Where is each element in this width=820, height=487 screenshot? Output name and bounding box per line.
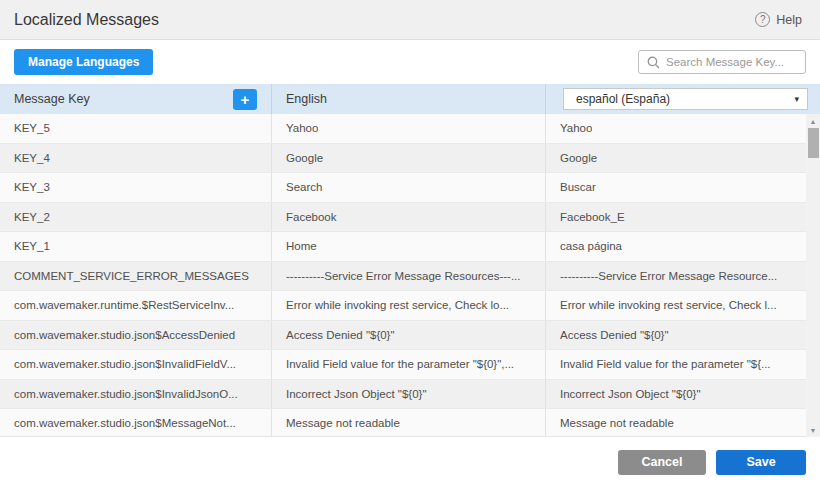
table-row[interactable]: com.wavemaker.studio.json$InvalidJsonO..… [0, 380, 820, 410]
cell-english[interactable]: Yahoo [272, 114, 546, 143]
cell-english[interactable]: Invalid Field value for the parameter "$… [272, 350, 546, 379]
cell-translation-text: Facebook_E [560, 211, 625, 223]
help-icon: ? [755, 12, 770, 27]
cell-english-text: Error while invoking rest service, Check… [286, 299, 509, 311]
caret-down-icon: ▾ [794, 94, 799, 104]
language-selected-value: español (España) [576, 92, 670, 106]
cell-message-key-text: KEY_2 [14, 211, 50, 223]
cell-message-key-text: KEY_1 [14, 240, 50, 252]
cell-english[interactable]: Incorrect Json Object "${0}" [272, 380, 546, 409]
cell-message-key-text: KEY_5 [14, 122, 50, 134]
grid-body: KEY_5YahooYahooKEY_4GoogleGoogleKEY_3Sea… [0, 114, 820, 437]
cell-translation[interactable]: Google [546, 144, 820, 173]
localized-messages-dialog: Localized Messages ? Help Manage Languag… [0, 0, 820, 487]
language-select[interactable]: español (España) ▾ [563, 88, 808, 110]
cell-english[interactable]: Search [272, 173, 546, 202]
cell-message-key[interactable]: com.wavemaker.studio.json$InvalidFieldV.… [0, 350, 272, 379]
cell-english-text: Home [286, 240, 317, 252]
cell-translation-text: Message not readable [560, 417, 674, 429]
cell-english[interactable]: ----------Service Error Message Resource… [272, 262, 546, 291]
cell-translation[interactable]: Invalid Field value for the parameter "$… [546, 350, 820, 379]
english-header-label: English [286, 92, 327, 106]
cell-message-key[interactable]: KEY_2 [0, 203, 272, 232]
grid-header: Message Key + English español (España) ▾ [0, 84, 820, 114]
cell-message-key[interactable]: com.wavemaker.studio.json$MessageNot... [0, 409, 272, 437]
cell-message-key-text: com.wavemaker.studio.json$InvalidFieldV.… [14, 358, 236, 370]
table-row[interactable]: KEY_2FacebookFacebook_E [0, 203, 820, 233]
table-row[interactable]: COMMENT_SERVICE_ERROR_MESSAGES----------… [0, 262, 820, 292]
cancel-button[interactable]: Cancel [618, 450, 706, 475]
cell-translation-text: Error while invoking rest service, Check… [560, 299, 777, 311]
cell-message-key[interactable]: com.wavemaker.studio.json$InvalidJsonO..… [0, 380, 272, 409]
add-message-key-button[interactable]: + [233, 89, 257, 110]
cell-english[interactable]: Home [272, 232, 546, 261]
column-header-english: English [272, 84, 546, 114]
cell-message-key-text: com.wavemaker.studio.json$MessageNot... [14, 417, 236, 429]
cell-message-key[interactable]: KEY_5 [0, 114, 272, 143]
cell-english-text: Access Denied "${0}" [286, 329, 395, 341]
save-button[interactable]: Save [716, 450, 806, 475]
cell-translation-text: Incorrect Json Object "${0}" [560, 388, 701, 400]
cell-translation[interactable]: casa página [546, 232, 820, 261]
cell-message-key-text: KEY_4 [14, 152, 50, 164]
message-key-header-label: Message Key [14, 92, 90, 106]
cell-message-key[interactable]: KEY_3 [0, 173, 272, 202]
table-row[interactable]: com.wavemaker.studio.json$InvalidFieldV.… [0, 350, 820, 380]
scrollbar-thumb[interactable] [808, 128, 819, 158]
cell-english-text: Yahoo [286, 122, 318, 134]
cell-message-key[interactable]: COMMENT_SERVICE_ERROR_MESSAGES [0, 262, 272, 291]
help-label: Help [776, 13, 802, 27]
cell-translation-text: Google [560, 152, 597, 164]
cell-translation[interactable]: Error while invoking rest service, Check… [546, 291, 820, 320]
search-icon [647, 56, 660, 69]
cell-translation[interactable]: Facebook_E [546, 203, 820, 232]
cell-english-text: Search [286, 181, 322, 193]
cell-english[interactable]: Facebook [272, 203, 546, 232]
search-box[interactable] [638, 50, 806, 74]
cell-translation[interactable]: Incorrect Json Object "${0}" [546, 380, 820, 409]
cell-message-key[interactable]: KEY_4 [0, 144, 272, 173]
cell-translation-text: Buscar [560, 181, 596, 193]
cell-message-key-text: KEY_3 [14, 181, 50, 193]
search-input[interactable] [666, 56, 797, 68]
scroll-up-button[interactable]: ▲ [806, 114, 820, 128]
scroll-down-button[interactable]: ▼ [806, 423, 820, 437]
dialog-titlebar: Localized Messages ? Help [0, 0, 820, 40]
cell-translation[interactable]: ----------Service Error Message Resource… [546, 262, 820, 291]
cell-message-key-text: COMMENT_SERVICE_ERROR_MESSAGES [14, 270, 249, 282]
manage-languages-button[interactable]: Manage Languages [14, 49, 153, 75]
cell-english[interactable]: Google [272, 144, 546, 173]
cell-english-text: Message not readable [286, 417, 400, 429]
cell-translation[interactable]: Message not readable [546, 409, 820, 437]
cell-message-key[interactable]: KEY_1 [0, 232, 272, 261]
table-row[interactable]: com.wavemaker.studio.json$MessageNot...M… [0, 409, 820, 437]
table-row[interactable]: KEY_3SearchBuscar [0, 173, 820, 203]
cell-translation[interactable]: Yahoo [546, 114, 820, 143]
cell-translation-text: ----------Service Error Message Resource… [560, 270, 777, 282]
cell-message-key[interactable]: com.wavemaker.runtime.$RestServiceInv... [0, 291, 272, 320]
table-row[interactable]: KEY_4GoogleGoogle [0, 144, 820, 174]
plus-icon: + [241, 92, 250, 107]
cell-translation-text: casa página [560, 240, 622, 252]
cell-english-text: Invalid Field value for the parameter "$… [286, 358, 514, 370]
cell-english[interactable]: Access Denied "${0}" [272, 321, 546, 350]
cell-message-key-text: com.wavemaker.studio.json$InvalidJsonO..… [14, 388, 238, 400]
cell-translation[interactable]: Access Denied "${0}" [546, 321, 820, 350]
cell-english[interactable]: Error while invoking rest service, Check… [272, 291, 546, 320]
column-header-language: español (España) ▾ [546, 84, 820, 114]
cell-english-text: Google [286, 152, 323, 164]
cell-message-key[interactable]: com.wavemaker.studio.json$AccessDenied [0, 321, 272, 350]
vertical-scrollbar[interactable]: ▲ ▼ [806, 114, 820, 437]
cell-translation[interactable]: Buscar [546, 173, 820, 202]
dialog-footer: Cancel Save [0, 437, 820, 487]
cell-translation-text: Yahoo [560, 122, 592, 134]
page-title: Localized Messages [14, 11, 159, 29]
cell-english-text: ----------Service Error Message Resource… [286, 270, 521, 282]
table-row[interactable]: KEY_1Homecasa página [0, 232, 820, 262]
help-link[interactable]: ? Help [755, 12, 802, 27]
cell-english[interactable]: Message not readable [272, 409, 546, 437]
cell-translation-text: Invalid Field value for the parameter "$… [560, 358, 771, 370]
table-row[interactable]: com.wavemaker.studio.json$AccessDeniedAc… [0, 321, 820, 351]
table-row[interactable]: com.wavemaker.runtime.$RestServiceInv...… [0, 291, 820, 321]
table-row[interactable]: KEY_5YahooYahoo [0, 114, 820, 144]
